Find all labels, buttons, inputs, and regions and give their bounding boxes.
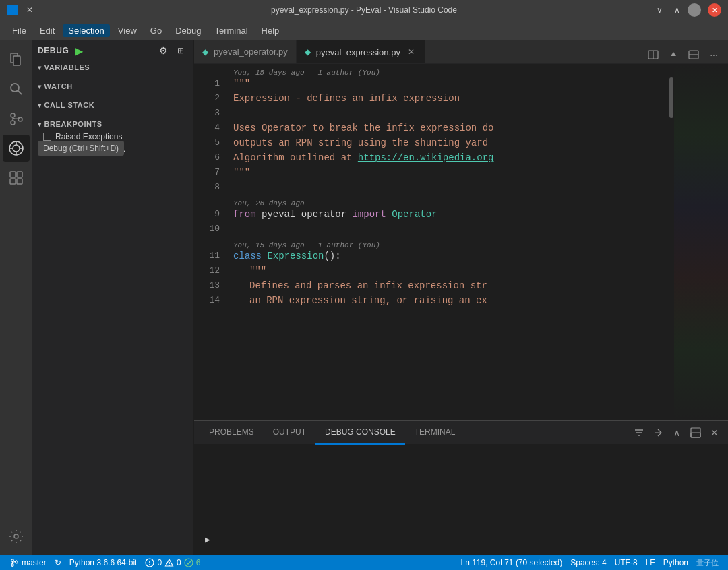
status-spaces[interactable]: Spaces: 4: [566, 555, 610, 570]
panel-close-button[interactable]: ✕: [706, 424, 723, 441]
menu-help[interactable]: Help: [256, 24, 285, 37]
chevron-down-icon[interactable]: ∨: [653, 3, 666, 17]
activity-settings[interactable]: [3, 523, 30, 550]
menu-go[interactable]: Go: [145, 24, 167, 37]
status-git-branch[interactable]: master: [5, 555, 51, 570]
raised-exceptions-checkbox[interactable]: [43, 133, 51, 141]
menu-file[interactable]: File: [7, 24, 32, 37]
editor-scrollbar[interactable]: [669, 64, 674, 420]
debug-run-button[interactable]: ▶: [71, 43, 86, 58]
pin-btn[interactable]: ✕: [23, 3, 36, 17]
status-wechat-watermark: 量子位: [692, 555, 723, 570]
variables-label: VARIABLES: [44, 63, 90, 71]
breakpoints-section: ▾ BREAKPOINTS Raised Exceptions ✓ Uncaug…: [32, 117, 193, 555]
svg-point-29: [149, 564, 150, 565]
watch-header[interactable]: ▾ WATCH: [32, 80, 193, 93]
code-line-1: """: [233, 76, 669, 91]
status-encoding[interactable]: UTF-8: [611, 555, 642, 570]
maximize-button[interactable]: [688, 3, 701, 17]
status-language[interactable]: Python: [659, 555, 692, 570]
breakpoints-header[interactable]: ▾ BREAKPOINTS: [32, 117, 193, 131]
breakpoint-raised: Raised Exceptions: [32, 131, 193, 143]
activity-source-control[interactable]: [3, 105, 30, 132]
callstack-label: CALL STACK: [44, 101, 95, 109]
panel-toggle-button[interactable]: [688, 424, 704, 441]
variables-arrow: ▾: [38, 64, 42, 71]
svg-rect-16: [17, 179, 22, 184]
svg-point-17: [14, 534, 18, 538]
status-position[interactable]: Ln 119, Col 71 (70 selected): [456, 555, 566, 570]
breakpoint-uncaught: ✓ Uncaught Excepti...: [32, 143, 193, 155]
uncaught-exceptions-checkbox[interactable]: ✓: [43, 145, 51, 153]
split-editor-button[interactable]: [644, 46, 662, 63]
panel-content[interactable]: ▶: [194, 445, 728, 555]
uncaught-exceptions-label: Uncaught Excepti...: [55, 144, 125, 154]
tab-actions: ···: [644, 46, 728, 63]
code-line-4: Uses Operator to break the infix express…: [233, 121, 669, 135]
panel-tab-debug-console[interactable]: DEBUG CONSOLE: [315, 421, 405, 445]
tab-pyeval-operator[interactable]: ◆ pyeval_operator.py: [194, 40, 297, 63]
tab-label-expression: pyeval_expression.py: [316, 47, 400, 57]
tab-label-operator: pyeval_operator.py: [214, 46, 288, 57]
line-7: 7: [194, 165, 220, 180]
panel-tabs: PROBLEMS OUTPUT DEBUG CONSOLE TERMINAL: [194, 421, 728, 445]
debug-label: DEBUG: [38, 46, 69, 55]
activity-search[interactable]: [3, 75, 30, 102]
svg-point-24: [11, 559, 14, 562]
menu-selection[interactable]: Selection: [63, 24, 109, 37]
panel-tab-terminal[interactable]: TERMINAL: [405, 421, 465, 445]
menu-terminal[interactable]: Terminal: [209, 24, 253, 37]
activity-debug[interactable]: Debug (Ctrl+Shift+D): [3, 135, 30, 162]
menubar: File Edit Selection View Go Debug Termin…: [0, 20, 728, 40]
panel-tab-output[interactable]: OUTPUT: [264, 421, 315, 445]
status-sync[interactable]: ↻: [51, 555, 65, 570]
watch-label: WATCH: [44, 82, 73, 90]
minimap-content: [674, 64, 728, 420]
panel-chevron-up[interactable]: ∧: [669, 424, 685, 441]
activity-explorer[interactable]: [3, 46, 30, 73]
variables-header[interactable]: ▾ VARIABLES: [32, 61, 193, 74]
toggle-panel-button[interactable]: [665, 46, 682, 63]
status-python[interactable]: Python 3.6.6 64-bit: [65, 555, 142, 570]
watch-arrow: ▾: [38, 83, 42, 90]
more-actions-button[interactable]: ···: [705, 46, 723, 63]
editor-layout-button[interactable]: [685, 46, 702, 63]
svg-point-8: [13, 145, 20, 152]
panel-clear-button[interactable]: [650, 424, 666, 441]
debug-split-button[interactable]: ⊞: [173, 43, 188, 58]
line-6: 6: [194, 150, 220, 165]
callstack-arrow: ▾: [38, 102, 42, 109]
minimap: [674, 64, 728, 420]
menu-debug[interactable]: Debug: [170, 24, 206, 37]
variables-section: ▾ VARIABLES: [32, 61, 193, 74]
tab-pyeval-expression[interactable]: ◆ pyeval_expression.py ✕: [297, 40, 425, 63]
code-line-13: Defines and parses an infix expression s…: [233, 278, 669, 293]
debug-gear-button[interactable]: ⚙: [156, 43, 171, 58]
code-line-11: class Expression():: [233, 249, 669, 263]
code-line-3: [233, 106, 669, 121]
activity-extensions[interactable]: [3, 164, 30, 191]
svg-point-5: [11, 121, 15, 125]
panel-tab-problems[interactable]: PROBLEMS: [200, 421, 264, 445]
close-button[interactable]: ✕: [708, 3, 721, 17]
warning-count: 0: [177, 558, 181, 567]
chevron-up-icon[interactable]: ∧: [670, 3, 684, 17]
code-editor[interactable]: 1 2 3 4 5 6 7 8 9 10 11 12 13 14 You, 15…: [194, 64, 728, 420]
svg-line-3: [18, 91, 22, 95]
status-line-ending[interactable]: LF: [642, 555, 659, 570]
tab-close-button[interactable]: ✕: [406, 46, 417, 57]
activity-bar: Debug (Ctrl+Shift+D): [0, 40, 32, 555]
scrollbar-thumb[interactable]: [669, 77, 673, 118]
panel-cursor: ▶: [205, 534, 210, 544]
panel-filter-button[interactable]: [631, 424, 647, 441]
code-lines[interactable]: You, 15 days ago | 1 author (You) """ Ex…: [228, 64, 669, 420]
line-11: 11: [194, 249, 220, 263]
status-errors[interactable]: 0 0 6: [141, 555, 204, 570]
menu-view[interactable]: View: [113, 24, 142, 37]
callstack-header[interactable]: ▾ CALL STACK: [32, 98, 193, 112]
line-14: 14: [194, 293, 220, 308]
menu-edit[interactable]: Edit: [34, 24, 60, 37]
main-layout: Debug (Ctrl+Shift+D) DEBUG ▶ ⚙: [0, 40, 728, 555]
file-encoding: UTF-8: [615, 558, 638, 567]
raised-exceptions-label: Raised Exceptions: [55, 132, 122, 141]
